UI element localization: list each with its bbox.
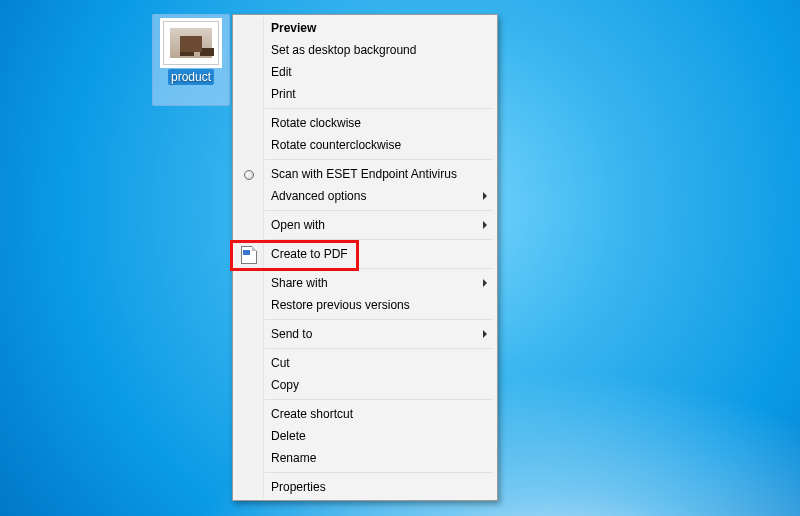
menu-item-open-with[interactable]: Open with [235, 214, 495, 236]
menu-separator [265, 319, 493, 320]
submenu-arrow-icon [483, 330, 487, 338]
menu-separator [265, 399, 493, 400]
menu-separator [265, 239, 493, 240]
pdf-document-icon [241, 246, 257, 264]
submenu-arrow-icon [483, 221, 487, 229]
menu-item-copy[interactable]: Copy [235, 374, 495, 396]
menu-item-label: Rotate clockwise [271, 116, 361, 130]
menu-item-label: Rotate counterclockwise [271, 138, 401, 152]
menu-item-advanced-options[interactable]: Advanced options [235, 185, 495, 207]
desktop-icon-label: product [168, 69, 214, 85]
menu-item-label: Advanced options [271, 189, 366, 203]
menu-item-label: Edit [271, 65, 292, 79]
eset-icon [244, 170, 254, 180]
submenu-arrow-icon [483, 279, 487, 287]
menu-item-label: Create to PDF [271, 247, 348, 261]
menu-item-send-to[interactable]: Send to [235, 323, 495, 345]
submenu-arrow-icon [483, 192, 487, 200]
menu-separator [265, 159, 493, 160]
image-thumbnail-icon [163, 21, 219, 65]
context-menu: Preview Set as desktop background Edit P… [232, 14, 498, 501]
menu-item-properties[interactable]: Properties [235, 476, 495, 498]
menu-separator [265, 210, 493, 211]
menu-item-label: Open with [271, 218, 325, 232]
menu-separator [265, 472, 493, 473]
menu-item-rotate-counterclockwise[interactable]: Rotate counterclockwise [235, 134, 495, 156]
menu-item-scan-eset[interactable]: Scan with ESET Endpoint Antivirus [235, 163, 495, 185]
menu-item-print[interactable]: Print [235, 83, 495, 105]
menu-separator [265, 108, 493, 109]
menu-item-label: Send to [271, 327, 312, 341]
menu-item-label: Share with [271, 276, 328, 290]
menu-item-create-shortcut[interactable]: Create shortcut [235, 403, 495, 425]
menu-item-rename[interactable]: Rename [235, 447, 495, 469]
menu-item-label: Scan with ESET Endpoint Antivirus [271, 167, 457, 181]
menu-item-label: Preview [271, 21, 316, 35]
menu-item-label: Rename [271, 451, 316, 465]
menu-item-set-desktop-background[interactable]: Set as desktop background [235, 39, 495, 61]
menu-item-label: Cut [271, 356, 290, 370]
menu-item-edit[interactable]: Edit [235, 61, 495, 83]
menu-item-restore-previous-versions[interactable]: Restore previous versions [235, 294, 495, 316]
menu-item-label: Create shortcut [271, 407, 353, 421]
menu-separator [265, 348, 493, 349]
menu-item-delete[interactable]: Delete [235, 425, 495, 447]
menu-item-label: Set as desktop background [271, 43, 416, 57]
menu-item-cut[interactable]: Cut [235, 352, 495, 374]
desktop[interactable]: product Preview Set as desktop backgroun… [0, 0, 800, 516]
menu-item-label: Properties [271, 480, 326, 494]
menu-item-label: Delete [271, 429, 306, 443]
menu-item-label: Print [271, 87, 296, 101]
menu-item-rotate-clockwise[interactable]: Rotate clockwise [235, 112, 495, 134]
menu-item-share-with[interactable]: Share with [235, 272, 495, 294]
menu-item-label: Copy [271, 378, 299, 392]
menu-item-create-to-pdf[interactable]: Create to PDF [235, 243, 495, 265]
menu-item-label: Restore previous versions [271, 298, 410, 312]
desktop-icon-product[interactable]: product [152, 14, 230, 106]
menu-item-preview[interactable]: Preview [235, 17, 495, 39]
menu-separator [265, 268, 493, 269]
